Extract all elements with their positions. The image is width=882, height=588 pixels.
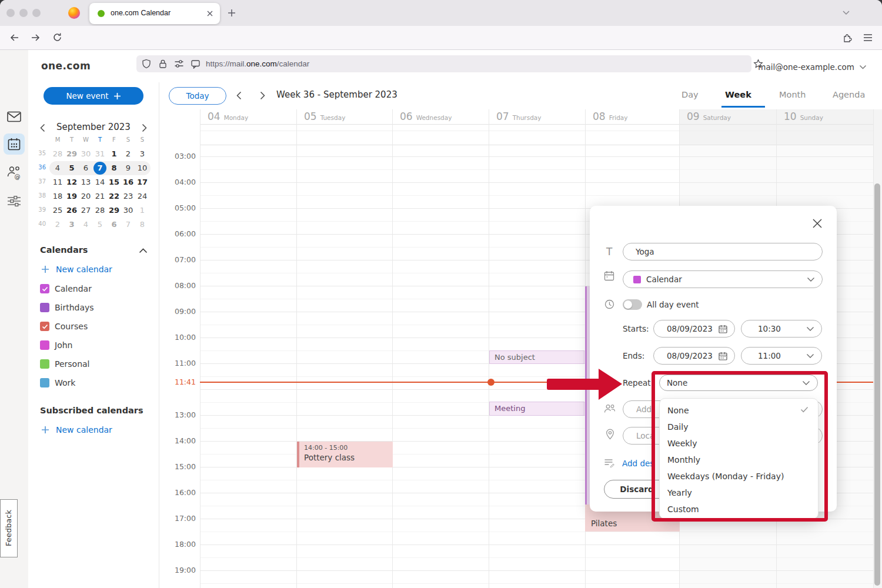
event-title-input[interactable]: Yoga — [623, 243, 823, 260]
mini-day[interactable]: 7 — [121, 218, 135, 232]
start-date-input[interactable]: 08/09/2023 — [653, 320, 735, 338]
new-calendar-link[interactable]: New calendar — [41, 265, 112, 274]
calendar-list-item[interactable]: Work — [40, 378, 75, 387]
mini-day[interactable]: 26 — [65, 203, 79, 218]
mini-day[interactable]: 22 — [107, 189, 121, 203]
window-zoom-button[interactable] — [32, 9, 41, 17]
mini-day[interactable]: 6 — [79, 161, 93, 175]
permissions-icon[interactable] — [174, 59, 184, 68]
calendar-color-checkbox[interactable] — [40, 322, 49, 331]
calendar-list-item[interactable]: Courses — [40, 322, 88, 331]
start-time-select[interactable]: 10:30 — [741, 320, 822, 338]
mini-day[interactable]: 11 — [51, 175, 65, 189]
end-time-select[interactable]: 11:00 — [741, 347, 822, 365]
new-subscribed-calendar-link[interactable]: New calendar — [41, 425, 112, 435]
mini-day[interactable]: 2 — [121, 147, 135, 161]
calendar-list-item[interactable]: Personal — [40, 359, 90, 369]
mini-day[interactable]: 2 — [51, 218, 65, 232]
calendar-color-checkbox[interactable] — [40, 340, 49, 350]
mini-day[interactable]: 25 — [51, 203, 65, 218]
mini-day[interactable]: 17 — [135, 175, 149, 189]
mini-day[interactable]: 28 — [51, 147, 65, 161]
day-header[interactable]: 08Friday — [593, 111, 627, 122]
one-com-logo[interactable]: one.com — [41, 60, 91, 72]
mini-day[interactable]: 27 — [79, 203, 93, 218]
reload-icon[interactable] — [52, 32, 62, 42]
mini-day[interactable]: 30 — [79, 147, 93, 161]
window-minimize-button[interactable] — [19, 9, 28, 17]
day-header[interactable]: 06Wednesday — [400, 111, 452, 122]
mini-day[interactable]: 14 — [93, 175, 107, 189]
calendar-color-checkbox[interactable] — [40, 359, 49, 369]
mini-day[interactable]: 4 — [79, 218, 93, 232]
mini-day[interactable]: 5 — [65, 161, 79, 175]
window-close-button[interactable] — [6, 9, 15, 17]
tab-month[interactable]: Month — [779, 90, 806, 99]
lock-icon[interactable] — [158, 59, 168, 69]
calendar-list-item[interactable]: John — [40, 340, 72, 350]
feedback-button[interactable]: Feedback — [0, 499, 18, 557]
calendar-icon[interactable] — [8, 138, 21, 151]
back-icon[interactable] — [9, 33, 19, 42]
mini-day[interactable]: 15 — [107, 175, 121, 189]
mini-day[interactable]: 6 — [107, 218, 121, 232]
mini-day[interactable]: 21 — [93, 189, 107, 203]
collapse-chevron-up-icon[interactable] — [139, 248, 148, 253]
new-event-button[interactable]: New event — [44, 87, 143, 105]
day-header[interactable]: 10Sunday — [784, 111, 823, 122]
datepicker-icon[interactable] — [719, 352, 727, 360]
message-icon[interactable] — [191, 59, 201, 69]
day-header[interactable]: 09Saturday — [687, 111, 731, 122]
calendar-color-checkbox[interactable] — [40, 284, 49, 293]
end-date-input[interactable]: 08/09/2023 — [653, 347, 735, 365]
event-meeting[interactable]: Meeting — [489, 402, 584, 416]
contacts-icon[interactable]: @ — [6, 165, 22, 180]
mini-day[interactable]: 19 — [65, 189, 79, 203]
mini-day[interactable]: 1 — [135, 203, 149, 218]
day-header[interactable]: 05Tuesday — [304, 111, 345, 122]
calendar-select[interactable]: Calendar — [623, 270, 823, 288]
mini-next-month-chevron-icon[interactable] — [141, 123, 148, 132]
day-header[interactable]: 07Thursday — [496, 111, 541, 122]
forward-icon[interactable] — [31, 33, 41, 42]
scrollbar-thumb[interactable] — [874, 183, 880, 586]
calendar-color-checkbox[interactable] — [40, 303, 49, 312]
tab-list-chevron-icon[interactable] — [842, 10, 850, 16]
settings-sliders-icon[interactable] — [7, 195, 21, 207]
tab-day[interactable]: Day — [681, 90, 699, 99]
mini-day[interactable]: 23 — [121, 189, 135, 203]
tab-close-icon[interactable] — [206, 10, 213, 17]
mini-day[interactable]: 5 — [93, 218, 107, 232]
mini-day[interactable]: 18 — [51, 189, 65, 203]
mini-day[interactable]: 8 — [135, 218, 149, 232]
mini-day[interactable]: 31 — [93, 147, 107, 161]
address-bar[interactable]: https://mail.one.com/calendar — [136, 55, 751, 72]
browser-tab[interactable]: one.com Calendar — [89, 3, 220, 24]
mini-day[interactable]: 29 — [107, 203, 121, 218]
mini-day[interactable]: 13 — [79, 175, 93, 189]
extensions-puzzle-icon[interactable] — [842, 32, 853, 43]
mini-day[interactable]: 12 — [65, 175, 79, 189]
partially-hidden-event[interactable] — [585, 286, 590, 507]
mail-icon[interactable] — [7, 111, 21, 122]
mini-day[interactable]: 3 — [65, 218, 79, 232]
datepicker-icon[interactable] — [719, 325, 727, 333]
calendar-list-item[interactable]: Calendar — [40, 284, 92, 293]
menu-hamburger-icon[interactable] — [863, 34, 873, 42]
mini-day[interactable]: 16 — [121, 175, 135, 189]
close-icon[interactable] — [812, 218, 823, 229]
calendar-list-item[interactable]: Birthdays — [40, 303, 94, 312]
mini-day[interactable]: 8 — [107, 161, 121, 175]
mini-day[interactable]: 24 — [135, 189, 149, 203]
next-week-chevron-icon[interactable] — [259, 91, 266, 100]
mini-day-selected[interactable]: 7 — [93, 162, 106, 175]
add-description-link[interactable]: Add des — [622, 459, 654, 468]
calendar-color-checkbox[interactable] — [40, 378, 49, 387]
mini-day[interactable]: 9 — [121, 161, 135, 175]
all-day-toggle[interactable] — [623, 299, 642, 310]
tab-week[interactable]: Week — [725, 90, 751, 99]
mini-day[interactable]: 20 — [79, 189, 93, 203]
mini-day[interactable]: 30 — [121, 203, 135, 218]
mini-day[interactable]: 29 — [65, 147, 79, 161]
mini-day[interactable]: 28 — [93, 203, 107, 218]
